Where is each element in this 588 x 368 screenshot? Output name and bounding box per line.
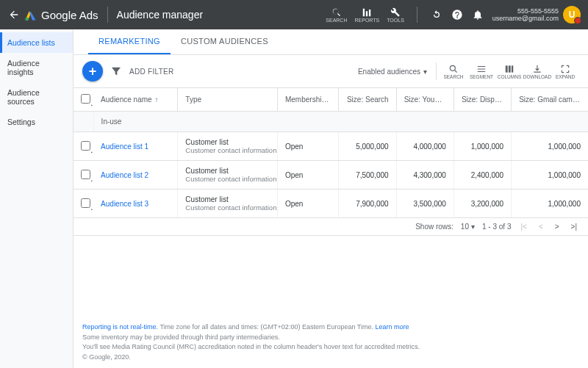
sidebar-item-audience-insights[interactable]: Audience insights	[0, 53, 73, 82]
size-display-cell: 1,000,000	[453, 132, 511, 161]
toolbar-download[interactable]: DOWNLOAD	[526, 64, 548, 79]
app-header: Google Ads Audience manager SEARCH REPOR…	[0, 0, 588, 29]
status-cell: Open	[277, 132, 338, 161]
google-ads-logo	[24, 8, 37, 21]
columns-icon	[504, 64, 514, 74]
reports-icon	[362, 7, 372, 18]
add-button[interactable]: +	[82, 61, 103, 82]
size-gmail-cell: 1,000,000	[512, 132, 588, 161]
size-gmail-cell: 1,000,000	[512, 190, 588, 218]
size-display-cell: 3,200,000	[453, 190, 511, 218]
tab-remarketing[interactable]: REMARKETING	[88, 29, 171, 54]
chevron-down-icon: ▾	[423, 68, 427, 76]
table-row: Audience list 3 Customer listCustomer co…	[74, 190, 588, 218]
footer-learn-more-link[interactable]: Learn more	[375, 323, 409, 331]
size-search-cell: 7,900,000	[339, 190, 396, 218]
toolbar-columns[interactable]: COLUMNS	[498, 64, 520, 79]
segment-icon	[476, 64, 487, 74]
size-youtube-cell: 3,500,000	[396, 190, 453, 218]
show-rows-select[interactable]: 10▾	[461, 223, 475, 231]
svg-marker-2	[29, 12, 36, 21]
search-icon	[331, 7, 342, 18]
product-name: Google Ads	[41, 9, 98, 21]
size-gmail-cell: 1,000,000	[512, 161, 588, 190]
account-email: username@gmail.com	[492, 15, 559, 22]
sidebar: Audience lists Audience insights Audienc…	[0, 29, 74, 368]
table-row: Audience list 1 Customer listCustomer co…	[74, 132, 588, 161]
row-checkbox[interactable]	[81, 198, 90, 208]
type-label: Customer list	[185, 195, 270, 203]
svg-rect-6	[509, 65, 511, 72]
type-label: Customer list	[185, 167, 270, 175]
sidebar-item-settings[interactable]: Settings	[0, 112, 73, 132]
col-type[interactable]: Type	[178, 88, 278, 112]
filter-icon[interactable]	[110, 65, 122, 77]
status-cell: Open	[277, 161, 338, 190]
audience-name-link[interactable]: Audience list 3	[101, 200, 148, 208]
refresh-icon[interactable]	[428, 6, 445, 24]
audience-table: Audience name Type Membership status Siz…	[74, 88, 588, 218]
pagination: Show rows: 10▾ 1 - 3 of 3 |< < > >|	[74, 218, 588, 236]
wrench-icon	[390, 7, 401, 18]
svg-point-3	[450, 65, 455, 71]
header-tool-reports[interactable]: REPORTS	[355, 7, 380, 23]
header-tool-search[interactable]: SEARCH	[326, 7, 347, 23]
account-info: 555-555-5555 username@gmail.com	[492, 7, 559, 22]
page-prev-icon[interactable]: <	[537, 223, 545, 231]
size-search-cell: 7,500,000	[339, 161, 396, 190]
col-size-search[interactable]: Size: Search	[339, 88, 396, 112]
search-icon	[448, 64, 459, 74]
page-last-icon[interactable]: >|	[569, 223, 579, 231]
enabled-audiences-dropdown[interactable]: Enabled audiences ▾	[358, 68, 427, 76]
toolbar-segment[interactable]: SEGMENT	[470, 64, 492, 79]
toolbar-search[interactable]: SEARCH	[442, 64, 465, 79]
back-arrow-icon[interactable]	[7, 9, 21, 21]
download-icon	[532, 64, 542, 74]
col-audience-name[interactable]: Audience name	[93, 88, 178, 112]
type-label: Customer list	[185, 138, 270, 146]
help-icon[interactable]	[448, 6, 466, 24]
page-title: Audience manager	[117, 9, 204, 21]
show-rows-label: Show rows:	[415, 223, 453, 231]
page-next-icon[interactable]: >	[553, 223, 562, 231]
col-membership-status[interactable]: Membership status	[277, 88, 338, 112]
chevron-down-icon: ▾	[471, 223, 475, 231]
sidebar-item-audience-lists[interactable]: Audience lists	[0, 32, 73, 53]
table-row: Audience list 2 Customer listCustomer co…	[74, 161, 588, 190]
header-tool-tools[interactable]: TOOLS	[387, 7, 404, 23]
expand-icon	[560, 64, 570, 74]
type-sublabel: Customer contact information	[185, 203, 270, 212]
section-row: In-use	[74, 112, 588, 132]
col-size-display[interactable]: Size: Display	[453, 88, 511, 112]
svg-rect-5	[506, 65, 508, 72]
footer: Reporting is not real-time. Time zone fo…	[74, 317, 588, 368]
audience-name-link[interactable]: Audience list 2	[101, 171, 148, 179]
svg-point-1	[25, 18, 29, 21]
type-sublabel: Customer contact information	[185, 175, 270, 183]
toolbar-expand[interactable]: EXPAND	[554, 64, 576, 79]
footer-reporting-link[interactable]: Reporting is not real-time.	[82, 323, 158, 331]
page-first-icon[interactable]: |<	[518, 223, 528, 231]
row-checkbox[interactable]	[81, 170, 90, 179]
svg-line-4	[455, 70, 457, 72]
col-size-youtube[interactable]: Size: YouTube	[396, 88, 453, 112]
header-divider-2	[417, 7, 417, 23]
row-checkbox[interactable]	[81, 141, 90, 151]
tab-custom-audiences[interactable]: CUSTOM AUDIENCES	[171, 29, 279, 54]
toolbar: + ADD FILTER Enabled audiences ▾ SEARCH …	[74, 55, 588, 88]
sidebar-item-audience-sources[interactable]: Audience sources	[0, 82, 73, 112]
tabs: REMARKETING CUSTOM AUDIENCES	[74, 29, 588, 55]
col-size-gmail[interactable]: Size: Gmail campaign	[512, 88, 588, 112]
audience-name-link[interactable]: Audience list 1	[101, 142, 148, 151]
header-divider	[107, 7, 108, 23]
size-youtube-cell: 4,000,000	[396, 132, 453, 161]
account-phone: 555-555-5555	[517, 7, 559, 15]
main-content: REMARKETING CUSTOM AUDIENCES + ADD FILTE…	[74, 29, 588, 368]
type-sublabel: Customer contact information	[185, 146, 270, 154]
avatar[interactable]: U	[563, 6, 581, 24]
size-search-cell: 5,000,000	[339, 132, 396, 161]
svg-rect-7	[512, 65, 513, 72]
notifications-icon[interactable]	[469, 6, 487, 24]
add-filter-button[interactable]: ADD FILTER	[129, 68, 174, 76]
select-all-checkbox[interactable]	[81, 94, 90, 104]
